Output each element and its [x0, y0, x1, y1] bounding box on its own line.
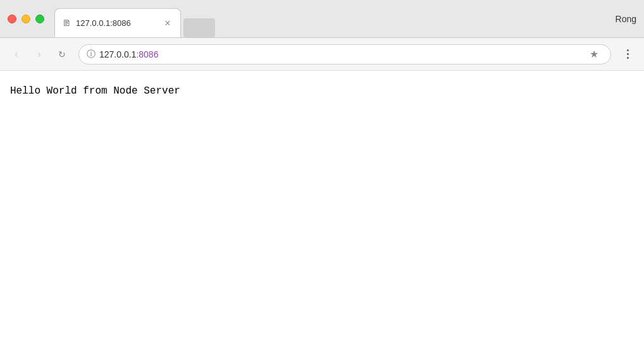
new-tab-button[interactable] — [183, 18, 215, 37]
more-options-button[interactable] — [619, 46, 636, 63]
minimize-button[interactable] — [22, 15, 30, 23]
forward-icon: › — [37, 49, 40, 60]
title-bar: 🖹 127.0.0.1:8086 × Rong — [0, 0, 644, 38]
traffic-lights — [8, 15, 44, 23]
back-icon: ‹ — [15, 49, 18, 60]
tab-page-icon: 🖹 — [63, 18, 71, 28]
profile-name[interactable]: Rong — [616, 14, 636, 24]
bookmark-button[interactable]: ★ — [585, 46, 603, 63]
tab-area: 🖹 127.0.0.1:8086 × — [54, 0, 616, 37]
forward-button[interactable]: › — [30, 46, 48, 63]
tab-title: 127.0.0.1:8086 — [76, 18, 158, 28]
active-tab[interactable]: 🖹 127.0.0.1:8086 × — [54, 8, 181, 37]
back-button[interactable]: ‹ — [8, 46, 25, 63]
info-icon: ⓘ — [87, 49, 96, 60]
three-dots-icon — [627, 49, 629, 59]
address-host: 127.0.0.1 — [99, 49, 136, 59]
reload-button[interactable]: ↻ — [53, 46, 71, 63]
new-tab-area — [183, 18, 215, 37]
address-bar[interactable]: ⓘ 127.0.0.1:8086 ★ — [78, 44, 611, 64]
page-content: Hello World from Node Server — [0, 71, 644, 344]
close-button[interactable] — [8, 15, 16, 23]
address-port: :8086 — [136, 49, 158, 59]
page-body-text: Hello World from Node Server — [10, 83, 634, 99]
tab-close-button[interactable]: × — [163, 18, 173, 28]
reload-icon: ↻ — [58, 49, 66, 59]
nav-bar: ‹ › ↻ ⓘ 127.0.0.1:8086 ★ — [0, 38, 644, 71]
maximize-button[interactable] — [35, 15, 44, 23]
address-text: 127.0.0.1:8086 — [99, 49, 581, 59]
